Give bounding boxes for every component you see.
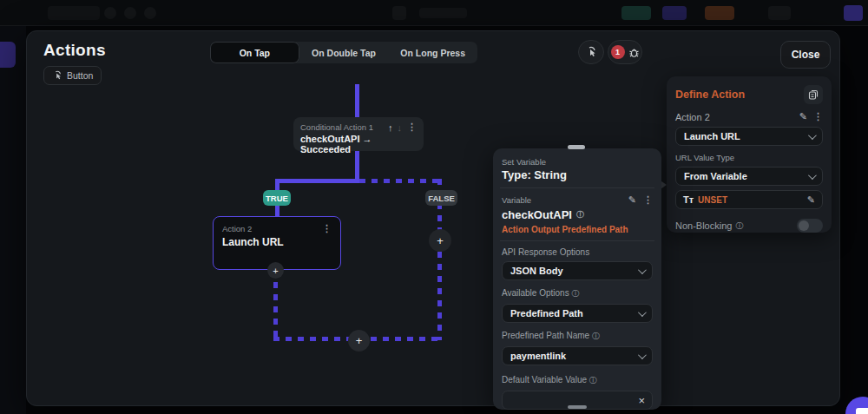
duplicate-action-button[interactable]: [804, 85, 823, 104]
topbar-dim-item: [144, 7, 156, 19]
plus-icon: +: [273, 266, 278, 276]
topbar-dim-item: [662, 6, 687, 20]
info-icon: ⓘ: [576, 209, 584, 220]
tab-on-tap[interactable]: On Tap: [210, 42, 299, 63]
topbar-dim-item: [621, 6, 651, 20]
available-options-label: Available Options ⓘ: [502, 288, 653, 299]
default-variable-value-input[interactable]: [510, 395, 638, 405]
topbar-dim-item: [768, 6, 791, 20]
debug-issues-button[interactable]: 1: [608, 40, 642, 64]
flow-line-false-branch: [359, 179, 442, 183]
edit-pencil-icon[interactable]: ✎: [807, 195, 815, 205]
error-count-badge: 1: [611, 45, 625, 59]
topbar-dim-item: [844, 5, 863, 21]
url-value-type-label: URL Value Type: [675, 153, 823, 162]
edit-pencil-icon[interactable]: ✎: [628, 195, 636, 205]
add-action-false-branch-button[interactable]: +: [429, 229, 451, 252]
topbar-dim-item: [48, 6, 100, 20]
set-variable-panel: Set Variable Type: String Variable ✎ ⋮ c…: [493, 148, 661, 410]
conditional-action-label: Conditional Action 1: [300, 122, 373, 132]
variable-name: checkOutAPI: [502, 208, 572, 221]
info-icon: ⓘ: [735, 220, 743, 232]
predefined-path-name-label: Predefined Path Name ⓘ: [502, 331, 653, 342]
api-response-options-label: API Response Options: [502, 247, 653, 257]
gesture-preview-button[interactable]: [578, 40, 604, 64]
text-type-icon: Tᴛ: [683, 194, 694, 205]
edit-pencil-icon[interactable]: ✎: [799, 112, 807, 122]
clear-input-icon[interactable]: ×: [638, 395, 645, 406]
plus-icon: +: [356, 334, 363, 347]
more-options-icon[interactable]: ⋮: [813, 111, 823, 122]
trigger-tabs: On Tap On Double Tap On Long Press: [210, 42, 477, 63]
topbar-dim-item: [419, 8, 467, 18]
api-response-options-select[interactable]: JSON Body: [502, 261, 653, 280]
variable-type: Type: String: [502, 168, 653, 181]
close-button[interactable]: Close: [780, 41, 831, 69]
chat-icon: [856, 408, 868, 414]
non-blocking-label: Non-Blocking: [675, 220, 732, 231]
action-type-select[interactable]: Launch URL: [675, 127, 823, 146]
tap-gesture-icon: [585, 46, 597, 58]
variable-label: Variable: [502, 195, 531, 205]
chevron-down-icon: [638, 308, 647, 317]
add-action-merge-button[interactable]: +: [348, 330, 370, 352]
flow-line-merge: [273, 270, 278, 339]
component-chip-label: Button: [67, 70, 93, 81]
panel-drag-handle[interactable]: [568, 145, 585, 149]
info-icon: ⓘ: [589, 376, 597, 384]
conditional-action-node[interactable]: Conditional Action 1 ↑ ↓ ⋮ checkOutAPI →…: [293, 117, 424, 151]
chevron-down-icon: [638, 266, 647, 274]
tab-on-double-tap[interactable]: On Double Tap: [299, 42, 389, 63]
more-options-icon[interactable]: ⋮: [407, 122, 417, 133]
move-down-icon[interactable]: ↓: [398, 122, 403, 133]
set-variable-label: Set Variable: [502, 157, 653, 167]
variable-subtitle: Action Output Predefined Path: [502, 225, 653, 234]
non-blocking-toggle[interactable]: [797, 219, 823, 233]
define-action-panel: Define Action Action 2 ✎ ⋮ Launch URL UR…: [667, 76, 832, 233]
top-navigation-bar: [0, 0, 868, 26]
default-variable-value-label: Default Variable Value ⓘ: [502, 375, 653, 386]
url-variable-value-field[interactable]: Tᴛ UNSET ✎: [675, 190, 823, 209]
bug-icon: [628, 47, 640, 58]
tab-on-long-press[interactable]: On Long Press: [388, 42, 477, 63]
topbar-dim-item: [104, 7, 116, 19]
flow-line: [355, 84, 359, 119]
panel-drag-handle[interactable]: [568, 405, 587, 409]
chevron-down-icon: [808, 171, 817, 180]
action-node-label: Action 2: [222, 224, 252, 233]
chevron-down-icon: [638, 351, 647, 359]
component-chip-button[interactable]: Button: [43, 66, 102, 85]
info-icon: ⓘ: [571, 289, 579, 298]
topbar-dim-item: [392, 6, 406, 20]
left-sidebar: [0, 26, 26, 414]
plus-icon: +: [437, 234, 444, 247]
info-icon: ⓘ: [592, 332, 600, 340]
conditional-action-condition: checkOutAPI → Succeeded: [300, 134, 417, 154]
available-options-select[interactable]: Predefined Path: [502, 304, 653, 323]
more-options-icon[interactable]: ⋮: [322, 223, 332, 234]
true-branch-badge: TRUE: [263, 190, 291, 206]
action-label: Action 2: [675, 112, 710, 122]
false-branch-badge: FALSE: [425, 190, 457, 206]
add-action-below-button[interactable]: +: [267, 262, 284, 279]
unset-value: UNSET: [698, 195, 727, 205]
page-title: Actions: [43, 41, 106, 60]
chevron-down-icon: [808, 131, 817, 140]
topbar-dim-item: [705, 6, 734, 20]
topbar-dim-item: [124, 7, 136, 19]
tap-gesture-icon: [52, 70, 62, 81]
action-node-title: Launch URL: [222, 236, 332, 248]
predefined-path-name-select[interactable]: paymentlink: [502, 346, 653, 365]
move-up-icon[interactable]: ↑: [388, 122, 393, 133]
define-action-title: Define Action: [675, 89, 745, 101]
flow-line-true-branch: [275, 179, 359, 183]
url-value-type-select[interactable]: From Variable: [675, 167, 823, 186]
sidebar-active-item: [0, 42, 16, 68]
more-options-icon[interactable]: ⋮: [643, 194, 653, 206]
help-chat-button[interactable]: [845, 397, 868, 414]
